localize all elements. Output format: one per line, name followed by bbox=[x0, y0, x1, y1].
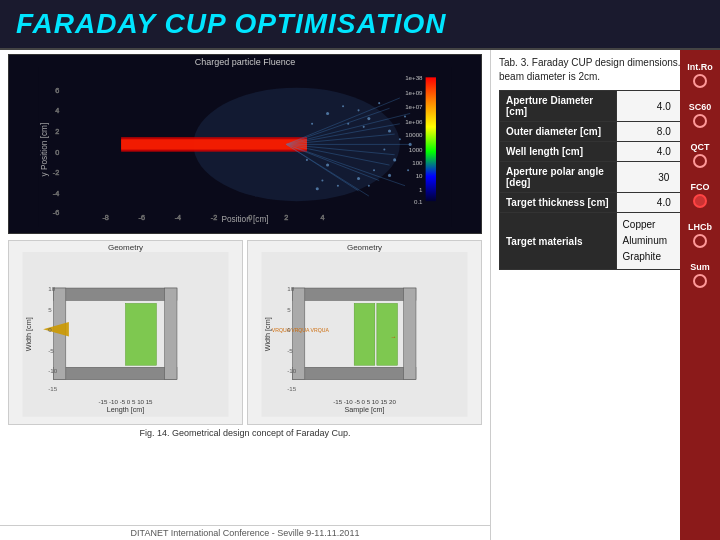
svg-text:2: 2 bbox=[284, 213, 288, 222]
geometry-row: Geometry Length [cm] Width [cm] bbox=[8, 240, 482, 425]
svg-point-28 bbox=[373, 169, 375, 171]
svg-text:10: 10 bbox=[287, 285, 294, 292]
svg-text:Position [cm]: Position [cm] bbox=[221, 215, 268, 224]
svg-text:-4: -4 bbox=[53, 189, 59, 198]
svg-text:0.1: 0.1 bbox=[414, 198, 423, 205]
main-content: Charged particle Fluence Position [cm] y… bbox=[0, 50, 720, 540]
svg-text:0: 0 bbox=[248, 213, 252, 222]
simulation-image: Charged particle Fluence Position [cm] y… bbox=[8, 54, 482, 234]
svg-text:-5: -5 bbox=[287, 347, 293, 354]
svg-point-21 bbox=[367, 117, 370, 120]
svg-text:100: 100 bbox=[412, 159, 423, 166]
svg-text:10000: 10000 bbox=[405, 131, 423, 138]
svg-text:5: 5 bbox=[287, 306, 291, 313]
page-title: FARADAY CUP OPTIMISATION bbox=[0, 0, 720, 50]
svg-point-20 bbox=[358, 109, 360, 111]
svg-text:-4: -4 bbox=[175, 213, 181, 222]
nav-label-lhcb: LHCb bbox=[688, 222, 712, 232]
svg-text:y Position [cm]: y Position [cm] bbox=[40, 123, 49, 177]
nav-label-sc60: SC60 bbox=[689, 102, 712, 112]
svg-text:0: 0 bbox=[55, 148, 59, 157]
svg-text:VRQUA VRQUA VRQUA: VRQUA VRQUA VRQUA bbox=[272, 327, 330, 333]
svg-text:-6: -6 bbox=[139, 213, 145, 222]
param-outer-diameter: Outer diameter [cm] bbox=[500, 122, 617, 142]
figure-caption: Fig. 14. Geometrical design concept of F… bbox=[8, 425, 482, 441]
svg-text:-2: -2 bbox=[211, 213, 217, 222]
nav-dot-intro bbox=[693, 74, 707, 88]
nav-item-lhcb[interactable]: LHCb bbox=[686, 218, 714, 252]
nav-label-fco: FCO bbox=[691, 182, 710, 192]
svg-point-26 bbox=[383, 149, 385, 151]
svg-rect-71 bbox=[53, 367, 177, 379]
svg-point-24 bbox=[388, 129, 391, 132]
geometry-panel-left: Geometry Length [cm] Width [cm] bbox=[8, 240, 243, 425]
svg-text:-5: -5 bbox=[48, 347, 54, 354]
svg-text:1000: 1000 bbox=[409, 146, 423, 153]
nav-dot-fco bbox=[693, 194, 707, 208]
param-target-materials: Target materials bbox=[500, 213, 617, 270]
svg-text:0: 0 bbox=[287, 326, 291, 333]
param-aperture-diameter: Aperture Diameter [cm] bbox=[500, 91, 617, 122]
svg-point-30 bbox=[337, 185, 339, 187]
svg-text:10: 10 bbox=[416, 172, 423, 179]
svg-text:10: 10 bbox=[48, 285, 55, 292]
svg-point-41 bbox=[388, 174, 391, 177]
nav-dot-sum bbox=[693, 274, 707, 288]
svg-text:-15: -15 bbox=[48, 385, 57, 392]
svg-rect-42 bbox=[426, 77, 436, 201]
svg-point-38 bbox=[306, 159, 308, 161]
svg-point-29 bbox=[357, 177, 360, 180]
svg-point-31 bbox=[316, 187, 319, 190]
svg-text:-15  -10  -5   0   5   10  15 : -15 -10 -5 0 5 10 15 20 bbox=[333, 398, 396, 405]
nav-label-sum: Sum bbox=[690, 262, 710, 272]
nav-item-sum[interactable]: Sum bbox=[688, 258, 712, 292]
nav-dot-qct bbox=[693, 154, 707, 168]
svg-text:-2: -2 bbox=[53, 168, 59, 177]
svg-text:Length [cm]: Length [cm] bbox=[107, 405, 145, 414]
svg-rect-5 bbox=[121, 139, 307, 149]
svg-rect-73 bbox=[165, 288, 177, 380]
svg-point-40 bbox=[368, 185, 370, 187]
nav-item-fco[interactable]: FCO bbox=[689, 178, 712, 212]
svg-text:-15: -15 bbox=[287, 385, 296, 392]
nav-item-intro[interactable]: Int.Ro bbox=[685, 58, 715, 92]
svg-text:Width [cm]: Width [cm] bbox=[24, 317, 33, 351]
left-panel: Charged particle Fluence Position [cm] y… bbox=[0, 50, 490, 540]
footer-text: DITANET International Conference - Sevil… bbox=[0, 525, 490, 540]
svg-text:Width [cm]: Width [cm] bbox=[263, 317, 272, 351]
svg-point-23 bbox=[363, 126, 365, 128]
svg-point-35 bbox=[347, 123, 349, 125]
svg-text:6: 6 bbox=[55, 86, 59, 95]
simulation-label: Charged particle Fluence bbox=[9, 55, 481, 67]
svg-rect-74 bbox=[126, 303, 157, 365]
svg-rect-89 bbox=[404, 288, 416, 380]
nav-buttons: Int.Ro SC60 QCT FCO LHCb Sum bbox=[680, 50, 720, 540]
param-target-thickness: Target thickness [cm] bbox=[500, 193, 617, 213]
svg-point-34 bbox=[407, 169, 409, 171]
geometry-panel-right: Geometry Sample [cm] Width [cm] bbox=[247, 240, 482, 425]
svg-text:4: 4 bbox=[320, 213, 324, 222]
svg-text:1e+06: 1e+06 bbox=[405, 118, 423, 125]
svg-text:-10: -10 bbox=[287, 367, 296, 374]
svg-point-19 bbox=[342, 105, 344, 107]
param-well-length: Well length [cm] bbox=[500, 142, 617, 162]
svg-point-27 bbox=[393, 158, 396, 161]
svg-point-25 bbox=[399, 138, 401, 140]
svg-rect-90 bbox=[354, 303, 375, 365]
nav-label-intro: Int.Ro bbox=[687, 62, 713, 72]
nav-item-qct[interactable]: QCT bbox=[689, 138, 712, 172]
svg-text:1e+09: 1e+09 bbox=[405, 89, 423, 96]
svg-point-18 bbox=[326, 112, 329, 115]
nav-item-sc60[interactable]: SC60 bbox=[687, 98, 714, 132]
svg-text:2: 2 bbox=[55, 127, 59, 136]
svg-rect-86 bbox=[292, 288, 416, 300]
svg-text:5: 5 bbox=[48, 306, 52, 313]
nav-dot-sc60 bbox=[693, 114, 707, 128]
svg-text:4: 4 bbox=[55, 106, 59, 115]
svg-rect-88 bbox=[292, 288, 304, 380]
svg-text:1: 1 bbox=[419, 186, 423, 193]
svg-text:-6: -6 bbox=[53, 208, 59, 217]
svg-text:1e+07: 1e+07 bbox=[405, 103, 423, 110]
svg-text:-10: -10 bbox=[48, 367, 57, 374]
nav-label-qct: QCT bbox=[691, 142, 710, 152]
